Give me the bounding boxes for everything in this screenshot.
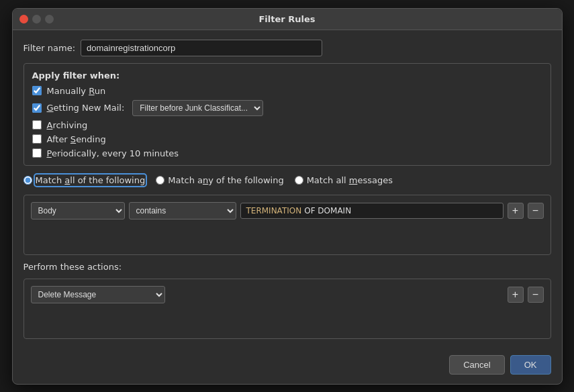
match-any-radio[interactable] <box>156 176 164 185</box>
filter-name-input[interactable] <box>81 40 322 56</box>
maximize-button[interactable] <box>45 15 54 23</box>
add-action-button[interactable]: + <box>508 287 524 303</box>
condition-operator-select[interactable]: contains doesn't contain is isn't begins… <box>129 202 236 219</box>
condition-row: Body Subject From To Cc Date contains do… <box>31 202 544 219</box>
match-section: Match all of the following Match any of … <box>23 173 551 188</box>
add-condition-button[interactable]: + <box>508 203 524 219</box>
dialog-title: Filter Rules <box>258 14 315 24</box>
archiving-label: Archiving <box>47 120 88 130</box>
conditions-section: Body Subject From To Cc Date contains do… <box>23 195 551 255</box>
condition-value-display: TERMINATION OF DOMAIN <box>240 203 504 219</box>
window-controls <box>19 15 54 23</box>
match-any-option[interactable]: Match any of the following <box>156 175 283 185</box>
condition-value-rest: OF DOMAIN <box>304 206 351 215</box>
perform-label: Perform these actions: <box>23 262 551 272</box>
filter-rules-dialog: Filter Rules Filter name: Apply filter w… <box>12 8 563 385</box>
match-messages-radio[interactable] <box>295 176 303 185</box>
getting-new-mail-checkbox[interactable] <box>32 103 42 113</box>
manually-run-label: Manually Run <box>47 86 106 96</box>
match-all-label: Match all of the following <box>36 175 146 185</box>
match-any-label: Match any of the following <box>168 175 283 185</box>
cancel-button[interactable]: Cancel <box>449 355 504 375</box>
action-select[interactable]: Delete Message Move to Folder Copy to Fo… <box>31 286 165 303</box>
getting-new-mail-row: Getting New Mail: Filter before Junk Cla… <box>32 100 542 116</box>
archiving-checkbox[interactable] <box>32 120 42 130</box>
close-button[interactable] <box>19 15 28 23</box>
ok-button[interactable]: OK <box>510 355 551 375</box>
condition-value-highlight: TERMINATION <box>246 206 302 215</box>
condition-field-select[interactable]: Body Subject From To Cc Date <box>31 202 125 219</box>
match-messages-label: Match all messages <box>307 175 393 185</box>
match-all-radio[interactable] <box>23 176 32 185</box>
match-all-option[interactable]: Match all of the following <box>23 175 146 185</box>
apply-filter-section: Apply filter when: Manually Run Getting … <box>23 63 551 166</box>
manually-run-checkbox[interactable] <box>32 86 42 95</box>
filter-name-row: Filter name: <box>23 40 551 56</box>
getting-new-mail-dropdown[interactable]: Filter before Junk Classificat... Filter… <box>132 100 263 116</box>
after-sending-label: After Sending <box>47 134 106 144</box>
apply-filter-title: Apply filter when: <box>32 70 542 81</box>
periodically-row: Periodically, every 10 minutes <box>32 148 542 158</box>
filter-name-label: Filter name: <box>23 43 76 53</box>
dialog-body: Filter name: Apply filter when: Manually… <box>13 30 562 348</box>
periodically-checkbox[interactable] <box>32 148 42 158</box>
remove-condition-button[interactable]: − <box>528 203 544 219</box>
getting-new-mail-label: Getting New Mail: <box>47 103 125 113</box>
title-bar: Filter Rules <box>13 9 562 30</box>
actions-section: Delete Message Move to Folder Copy to Fo… <box>23 279 551 339</box>
dialog-footer: Cancel OK <box>13 348 562 384</box>
remove-action-button[interactable]: − <box>528 287 544 303</box>
after-sending-checkbox[interactable] <box>32 134 42 144</box>
periodically-label: Periodically, every 10 minutes <box>47 148 179 158</box>
match-messages-option[interactable]: Match all messages <box>295 175 393 185</box>
after-sending-row: After Sending <box>32 134 542 144</box>
action-row: Delete Message Move to Folder Copy to Fo… <box>31 286 544 303</box>
manually-run-row: Manually Run <box>32 86 542 96</box>
minimize-button[interactable] <box>32 15 41 23</box>
archiving-row: Archiving <box>32 120 542 130</box>
